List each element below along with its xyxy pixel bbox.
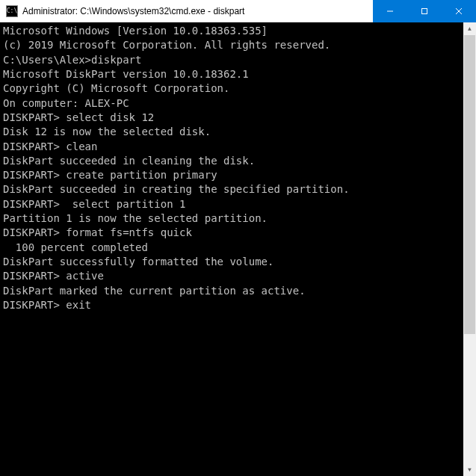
terminal-line: DISKPART> select partition 1	[3, 197, 473, 211]
terminal-line: DISKPART> format fs=ntfs quick	[3, 226, 473, 240]
titlebar[interactable]: C:\ Administrator: C:\Windows\system32\c…	[0, 0, 476, 22]
terminal-line: DiskPart succeeded in creating the speci…	[3, 182, 473, 197]
scrollbar[interactable]: ▲ ▼	[463, 22, 476, 476]
close-icon	[455, 7, 463, 15]
terminal-line: DISKPART> clean	[3, 140, 473, 154]
minimize-icon	[386, 7, 394, 15]
svg-rect-1	[422, 9, 427, 14]
cmd-icon: C:\	[6, 5, 18, 17]
terminal-line: DISKPART> select disk 12	[3, 111, 473, 125]
close-button[interactable]	[442, 0, 476, 22]
terminal-output[interactable]: Microsoft Windows [Version 10.0.18363.53…	[0, 22, 476, 476]
terminal-line: 100 percent completed	[3, 241, 473, 255]
terminal-line: (c) 2019 Microsoft Corporation. All righ…	[3, 38, 473, 52]
maximize-button[interactable]	[407, 0, 442, 22]
terminal-line: DISKPART> exit	[3, 298, 473, 312]
window-controls	[373, 0, 476, 22]
maximize-icon	[421, 7, 428, 15]
terminal-line: Disk 12 is now the selected disk.	[3, 125, 473, 139]
terminal-line: DISKPART> create partition primary	[3, 168, 473, 182]
terminal-line: On computer: ALEX-PC	[3, 96, 473, 111]
window-title: Administrator: C:\Windows\system32\cmd.e…	[22, 6, 373, 16]
scrollbar-thumb[interactable]	[464, 35, 475, 334]
terminal-line: Microsoft Windows [Version 10.0.18363.53…	[3, 24, 473, 38]
terminal-line: DiskPart successfully formatted the volu…	[3, 255, 473, 269]
scroll-up-arrow[interactable]: ▲	[463, 22, 476, 35]
terminal-line: DISKPART> active	[3, 269, 473, 283]
cmd-window: C:\ Administrator: C:\Windows\system32\c…	[0, 0, 476, 476]
terminal-line: DiskPart marked the current partition as…	[3, 284, 473, 298]
terminal-line: Copyright (C) Microsoft Corporation.	[3, 81, 473, 96]
terminal-line: DiskPart succeeded in cleaning the disk.	[3, 154, 473, 168]
scroll-down-arrow[interactable]: ▼	[463, 463, 476, 476]
terminal-line: Partition 1 is now the selected partitio…	[3, 211, 473, 226]
minimize-button[interactable]	[373, 0, 407, 22]
terminal-line: C:\Users\Alex>diskpart	[3, 53, 473, 67]
terminal-line: Microsoft DiskPart version 10.0.18362.1	[3, 67, 473, 81]
